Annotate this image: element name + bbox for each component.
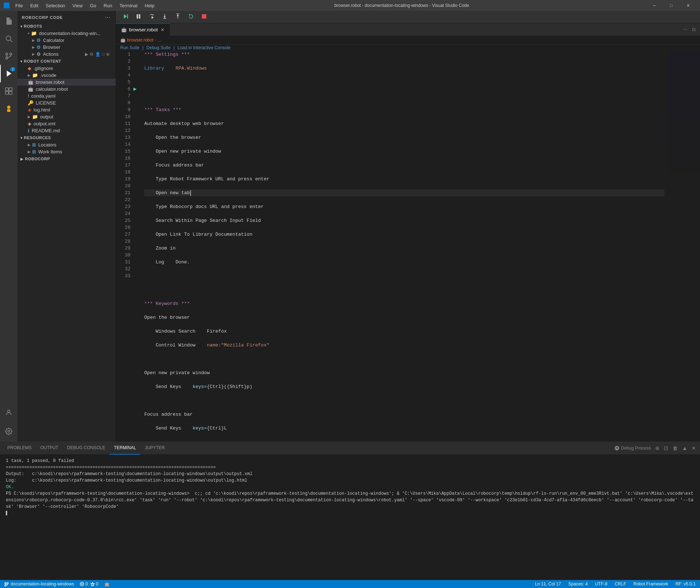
tab-jupyter[interactable]: JUPYTER xyxy=(140,442,169,455)
activity-settings[interactable] xyxy=(0,423,17,440)
status-robot-icon[interactable]: 🤖 xyxy=(103,581,111,587)
action-icon-5[interactable]: ⊕ xyxy=(106,52,110,57)
menu-edit[interactable]: Edit xyxy=(27,2,41,9)
maximize-btn[interactable]: □ xyxy=(663,0,680,11)
code-area[interactable]: *** Settings *** Library RPA.Windows ***… xyxy=(141,51,667,442)
tab-debug-console[interactable]: DEBUG CONSOLE xyxy=(63,442,110,455)
tree-output-folder[interactable]: ▶ 📁 output xyxy=(17,113,116,120)
svg-rect-6 xyxy=(5,88,8,91)
tree-gitignore[interactable]: ◆ .gitignore xyxy=(17,65,116,72)
tab-output[interactable]: OUTPUT xyxy=(36,442,63,455)
work-items-chevron: ▶ xyxy=(28,150,31,154)
tree-browser[interactable]: ▶ ⚙ Browser xyxy=(17,44,116,51)
sidebar-header: ROBOCORP CODE ··· xyxy=(17,11,116,23)
section-robots[interactable]: ▾ ROBOTS xyxy=(17,23,116,30)
step-over-btn[interactable] xyxy=(146,12,157,21)
panel-layout-btn[interactable]: ⊡ xyxy=(663,444,669,452)
continue-btn[interactable] xyxy=(120,12,130,21)
status-errors[interactable]: 0 0 xyxy=(78,581,99,587)
menu-file[interactable]: File xyxy=(12,2,26,9)
tree-output-xml[interactable]: ◈ output.xml xyxy=(17,120,116,127)
tree-license[interactable]: 🔑 LICENSE xyxy=(17,99,116,106)
title-bar: File Edit Selection View Go Run Terminal… xyxy=(0,0,700,11)
menu-terminal[interactable]: Terminal xyxy=(117,2,140,9)
activity-debug[interactable]: 1 xyxy=(0,65,17,82)
step-into-btn[interactable] xyxy=(160,12,170,21)
debug-console-label: DEBUG CONSOLE xyxy=(67,445,105,450)
panel-delete-btn[interactable]: 🗑 xyxy=(672,444,679,452)
menu-view[interactable]: View xyxy=(70,2,86,9)
tree-calculator[interactable]: ▶ ⚙ Calculator xyxy=(17,37,116,44)
run-line6-btn[interactable]: ▶ xyxy=(133,86,141,93)
status-spaces[interactable]: Spaces: 4 xyxy=(567,581,589,587)
terminal-line-output: Output: c:\koodi\repos\rpaframework-test… xyxy=(6,471,694,477)
activity-explorer[interactable] xyxy=(0,12,17,30)
bar-sep-1: | xyxy=(142,45,144,50)
add-terminal-btn[interactable]: ⊕ xyxy=(654,444,661,452)
tree-calculator-robot[interactable]: 🤖 calculator.robot xyxy=(17,86,116,93)
menu-help[interactable]: Help xyxy=(142,2,157,9)
tab-split-btn[interactable]: ⋯ xyxy=(682,26,689,34)
activity-search[interactable] xyxy=(0,30,17,47)
panel-content[interactable]: 1 task, 1 passed, 0 failed =============… xyxy=(0,455,700,580)
menu-run[interactable]: Run xyxy=(101,2,115,9)
status-language[interactable]: Robot Framework xyxy=(632,581,669,587)
tree-work-items[interactable]: ▶ ⊞ Work Items xyxy=(17,148,116,155)
tab-close-btn[interactable]: ✕ xyxy=(161,27,164,32)
action-icon-3[interactable]: 👤 xyxy=(95,52,101,57)
step-out-btn[interactable] xyxy=(173,12,183,21)
restart-btn[interactable] xyxy=(186,12,196,21)
action-icon-4[interactable]: □ xyxy=(102,52,105,57)
tab-terminal[interactable]: TERMINAL xyxy=(110,442,141,455)
debug-process-btn[interactable]: Debug Process xyxy=(613,444,652,452)
tree-conda-yaml[interactable]: ! conda.yaml xyxy=(17,93,116,99)
window-title: browser.robot - documentation-locating-w… xyxy=(157,3,646,8)
browser-robot-icon: 🤖 xyxy=(28,79,34,85)
tab-browser-robot[interactable]: 🤖 browser.robot ✕ xyxy=(116,23,170,36)
activity-extensions[interactable] xyxy=(0,82,17,100)
editor-content[interactable]: 12345 678910 1112131415 1617181920 21222… xyxy=(116,51,700,442)
run-suite-link[interactable]: Run Suite xyxy=(120,45,140,50)
calc-icon: ⚙ xyxy=(36,38,41,43)
sidebar-more-icon[interactable]: ··· xyxy=(104,14,111,21)
breadcrumb-more[interactable]: ... xyxy=(158,38,161,43)
status-encoding[interactable]: UTF-8 xyxy=(594,581,609,587)
close-btn[interactable]: ✕ xyxy=(680,0,696,11)
breadcrumb: 🤖 browser.robot › ... xyxy=(116,36,700,44)
breadcrumb-file[interactable]: 🤖 browser.robot xyxy=(120,38,153,43)
stop-btn[interactable] xyxy=(199,12,209,21)
tree-locators[interactable]: ▶ ⊞ Locators xyxy=(17,141,116,148)
activity-account[interactable] xyxy=(0,404,17,421)
activity-git[interactable] xyxy=(0,47,17,65)
action-icon-1[interactable]: ▶ xyxy=(85,52,88,57)
action-icon-2[interactable]: ⚙ xyxy=(90,52,94,57)
minimize-btn[interactable]: ─ xyxy=(646,0,663,11)
gitignore-icon: ◆ xyxy=(28,66,31,71)
tree-documentation-project[interactable]: ▾ 📁 documentation-locating-win... xyxy=(17,30,116,37)
tree-browser-robot[interactable]: 🤖 browser.robot xyxy=(17,79,116,86)
menu-go[interactable]: Go xyxy=(87,2,99,9)
activity-robocorp[interactable] xyxy=(0,100,17,117)
status-rf-version[interactable]: RF: v5.0.1 xyxy=(674,581,697,587)
status-eol[interactable]: CRLF xyxy=(613,581,627,587)
load-interactive-link[interactable]: Load in Interactive Console xyxy=(177,45,230,50)
tree-readme[interactable]: ℹ README.md xyxy=(17,127,116,134)
section-robocorp[interactable]: ▶ ROBOCORP xyxy=(17,155,116,162)
debug-suite-link[interactable]: Debug Suite xyxy=(146,45,171,50)
tree-vscode[interactable]: ▶ 📁 .vscode xyxy=(17,72,116,79)
tree-log-html[interactable]: ◈ log.html xyxy=(17,106,116,113)
menu-selection[interactable]: Selection xyxy=(43,2,68,9)
status-git[interactable]: documentation-locating-windows xyxy=(3,581,75,587)
license-label: LICENSE xyxy=(36,100,56,106)
tab-layout-btn[interactable]: ⊡ xyxy=(691,26,697,34)
panel-close-btn[interactable]: ✕ xyxy=(691,444,697,452)
status-cursor[interactable]: Ln 11, Col 17 xyxy=(533,581,562,587)
section-resources[interactable]: ▾ RESOURCES xyxy=(17,134,116,141)
output-label: OUTPUT xyxy=(40,445,58,450)
debug-badge: 1 xyxy=(10,67,15,71)
pause-btn[interactable] xyxy=(133,12,144,21)
tab-problems[interactable]: PROBLEMS xyxy=(3,442,36,455)
panel-maximize-btn[interactable]: ▲ xyxy=(681,444,688,452)
tree-actions[interactable]: ▶ ⚙ Actions ▶ ⚙ 👤 □ ⊕ xyxy=(17,51,116,58)
section-robot-content[interactable]: ▾ ROBOT CONTENT xyxy=(17,58,116,65)
